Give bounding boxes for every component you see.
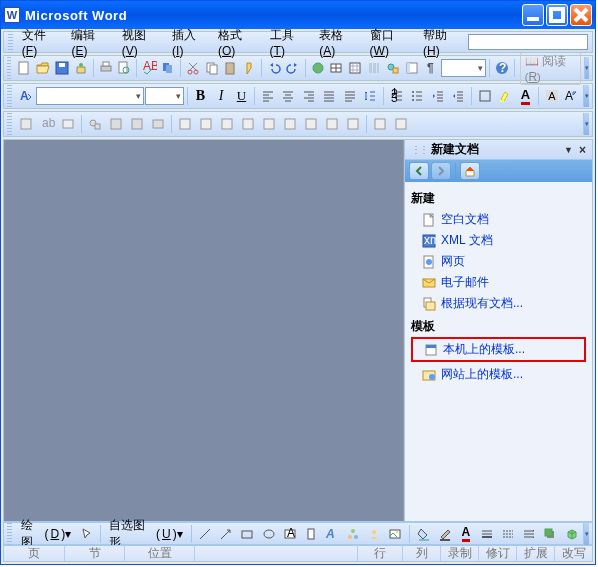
paste-button[interactable] — [222, 58, 240, 78]
bold-button[interactable]: B — [191, 86, 210, 106]
toolbar-options-button[interactable] — [584, 57, 589, 79]
print-button[interactable] — [97, 58, 115, 78]
rev15-button[interactable] — [322, 114, 342, 134]
diagram-button[interactable] — [344, 524, 363, 544]
3d-style-button[interactable] — [562, 524, 581, 544]
research-button[interactable] — [159, 58, 177, 78]
link-blank-document[interactable]: 空白文档 — [411, 209, 586, 230]
rev11-button[interactable] — [238, 114, 258, 134]
underline-button[interactable]: U — [232, 86, 251, 106]
menu-file[interactable]: 文件(F) — [16, 25, 66, 60]
decrease-indent-button[interactable] — [428, 86, 447, 106]
tables-borders-button[interactable] — [328, 58, 346, 78]
menu-format[interactable]: 格式(O) — [212, 25, 264, 60]
rev10-button[interactable] — [217, 114, 237, 134]
maximize-button[interactable] — [546, 4, 568, 26]
menu-insert[interactable]: 插入(I) — [166, 25, 212, 60]
bullets-button[interactable] — [407, 86, 426, 106]
insert-diagram-button[interactable] — [16, 114, 36, 134]
highlight-button[interactable] — [495, 86, 514, 106]
open-button[interactable] — [34, 58, 52, 78]
align-right-button[interactable] — [299, 86, 318, 106]
line-color-button[interactable] — [435, 524, 454, 544]
numbering-button[interactable]: 123 — [387, 86, 406, 106]
font-size-select[interactable] — [145, 87, 184, 105]
insert-table-button[interactable] — [346, 58, 364, 78]
help-button[interactable]: ? — [493, 58, 511, 78]
hyperlink-button[interactable] — [309, 58, 327, 78]
document-canvas[interactable] — [4, 140, 404, 521]
drawing-button[interactable] — [384, 58, 402, 78]
format-painter-button[interactable] — [240, 58, 258, 78]
link-xml-document[interactable]: xmlXML 文档 — [411, 230, 586, 251]
link-from-existing[interactable]: 根据现有文档... — [411, 293, 586, 314]
toolbar-grip[interactable] — [7, 85, 12, 107]
justify-button[interactable] — [320, 86, 339, 106]
rev6-button[interactable] — [127, 114, 147, 134]
taskpane-dropdown-button[interactable]: ▼ — [564, 145, 573, 155]
rev8-button[interactable] — [175, 114, 195, 134]
toolbar-options-button[interactable] — [583, 113, 589, 135]
menu-tools[interactable]: 工具(T) — [264, 25, 314, 60]
menu-table[interactable]: 表格(A) — [313, 25, 363, 60]
help-search-input[interactable] — [468, 34, 588, 50]
vertical-textbox-button[interactable] — [301, 524, 320, 544]
shadow-style-button[interactable] — [541, 524, 560, 544]
select-objects-button[interactable] — [77, 524, 96, 544]
copy-button[interactable] — [203, 58, 221, 78]
arrow-style-button[interactable] — [520, 524, 539, 544]
line-style-button[interactable] — [477, 524, 496, 544]
preview-button[interactable] — [116, 58, 134, 78]
rectangle-tool-button[interactable] — [238, 524, 257, 544]
toolbar-grip[interactable] — [7, 523, 12, 545]
show-formatting-button[interactable]: ¶ — [422, 58, 440, 78]
menu-help[interactable]: 帮助(H) — [417, 25, 468, 60]
styles-button[interactable]: A — [16, 86, 35, 106]
rev17-button[interactable] — [370, 114, 390, 134]
zoom-select[interactable] — [441, 59, 486, 77]
rev12-button[interactable] — [259, 114, 279, 134]
link-web-templates[interactable]: 网站上的模板... — [411, 364, 586, 385]
close-button[interactable] — [570, 4, 592, 26]
align-left-button[interactable] — [258, 86, 277, 106]
permission-button[interactable] — [72, 58, 90, 78]
columns-button[interactable] — [365, 58, 383, 78]
read-mode-button[interactable]: 📖 阅读(R) — [520, 52, 581, 85]
rev9-button[interactable] — [196, 114, 216, 134]
rev7-button[interactable] — [148, 114, 168, 134]
status-rec[interactable]: 录制 — [440, 546, 478, 561]
toolbar-options-button[interactable] — [583, 523, 589, 545]
minimize-button[interactable] — [522, 4, 544, 26]
nav-forward-button[interactable] — [431, 162, 451, 180]
rev14-button[interactable] — [301, 114, 321, 134]
toolbar-grip[interactable] — [7, 113, 12, 135]
link-email[interactable]: 电子邮件 — [411, 272, 586, 293]
oval-tool-button[interactable] — [259, 524, 278, 544]
menu-edit[interactable]: 编辑(E) — [65, 25, 115, 60]
font-color-button-draw[interactable]: A — [456, 524, 475, 544]
edit-text-button[interactable]: ab — [37, 114, 57, 134]
menu-window[interactable]: 窗口(W) — [364, 25, 418, 60]
status-ovr[interactable]: 改写 — [554, 546, 592, 561]
doc-map-button[interactable] — [403, 58, 421, 78]
redo-button[interactable] — [284, 58, 302, 78]
spellcheck-button[interactable]: ABC — [140, 58, 158, 78]
nav-back-button[interactable] — [409, 162, 429, 180]
nav-home-button[interactable] — [460, 162, 480, 180]
taskpane-close-button[interactable]: × — [579, 143, 586, 157]
rev13-button[interactable] — [280, 114, 300, 134]
save-button[interactable] — [53, 58, 71, 78]
font-color-button[interactable]: A — [516, 86, 535, 106]
status-rev[interactable]: 修订 — [478, 546, 516, 561]
dash-style-button[interactable] — [499, 524, 518, 544]
line-tool-button[interactable] — [196, 524, 215, 544]
char-shading-button[interactable]: A — [542, 86, 561, 106]
toolbar-grip[interactable] — [8, 31, 13, 53]
review-button[interactable] — [58, 114, 78, 134]
italic-button[interactable]: I — [211, 86, 230, 106]
status-ext[interactable]: 扩展 — [516, 546, 554, 561]
rev18-button[interactable] — [391, 114, 411, 134]
taskpane-header[interactable]: ⋮⋮ 新建文档 ▼ × — [405, 140, 592, 160]
clipart-button[interactable] — [365, 524, 384, 544]
insert-picture-button[interactable] — [386, 524, 405, 544]
